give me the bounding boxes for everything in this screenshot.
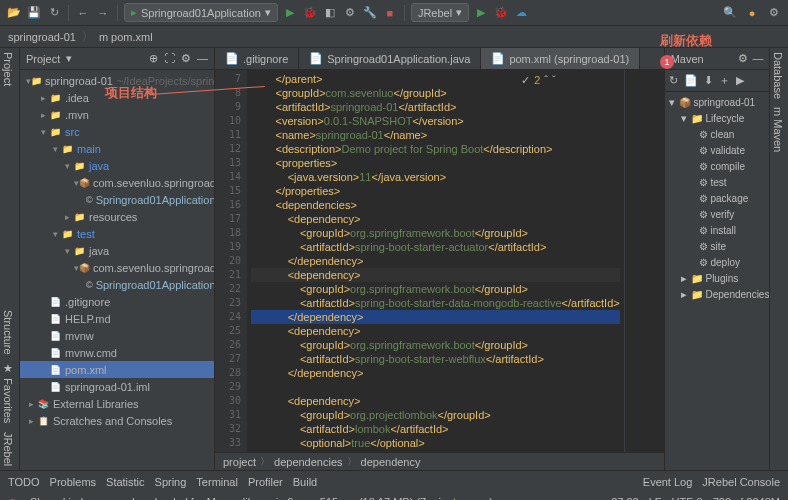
- settings-icon[interactable]: ⚙: [766, 5, 782, 21]
- tree-item[interactable]: ▾📦com.sevenluo.springroad01: [20, 174, 214, 191]
- tree-item[interactable]: 📄springroad-01.iml: [20, 378, 214, 395]
- rail-jrebel[interactable]: JRebel: [2, 432, 17, 466]
- jrebel-debug-icon[interactable]: 🐞: [493, 5, 509, 21]
- status-msg: Shared indexes are downloaded for Maven …: [30, 496, 493, 500]
- tree-item[interactable]: ▸📁resources: [20, 208, 214, 225]
- tree-item[interactable]: ▾📁main: [20, 140, 214, 157]
- debug-icon[interactable]: 🐞: [302, 5, 318, 21]
- tree-item[interactable]: ▸📚External Libraries: [20, 395, 214, 412]
- memory[interactable]: 720 of 2048M: [713, 496, 780, 500]
- code-editor[interactable]: </parent> <groupId>com.sevenluo</groupId…: [247, 70, 624, 452]
- eventlog-tab[interactable]: Event Log: [643, 476, 693, 488]
- editor-tab[interactable]: 📄.gitignore: [215, 48, 299, 69]
- left-tool-rail: Project Structure ★ Favorites JRebel: [0, 48, 20, 470]
- crumb-0[interactable]: project: [223, 456, 256, 468]
- maven-refresh-icon[interactable]: ↻: [669, 74, 678, 87]
- status-bar: ◐ Shared indexes are downloaded for Mave…: [0, 492, 788, 500]
- main-toolbar: 📂 💾 ↻ ← → ▸ Springroad01Application ▾ ▶ …: [0, 0, 788, 26]
- search-icon[interactable]: 🔍: [722, 5, 738, 21]
- editor-tabs: 📄.gitignore📄Springroad01Application.java…: [215, 48, 664, 70]
- tree-item[interactable]: ▸📁.mvn: [20, 106, 214, 123]
- tree-item[interactable]: ©Springroad01ApplicationTests: [20, 276, 214, 293]
- todo-tab[interactable]: TODO: [8, 476, 40, 488]
- code-crumbs: project〉 dependencies〉 dependency: [215, 452, 664, 470]
- profiler-tab[interactable]: Profiler: [248, 476, 283, 488]
- maven-panel: Maven ⚙ — ↻ 📄 ⬇ ＋ ▶ ▾📦 springroad-01 ▾📁 …: [664, 48, 770, 470]
- open-icon[interactable]: 📂: [6, 5, 22, 21]
- rail-structure[interactable]: Structure: [2, 310, 17, 355]
- hide-icon[interactable]: —: [197, 52, 208, 65]
- sync-icon[interactable]: ↻: [46, 5, 62, 21]
- statistic-tab[interactable]: Statistic: [106, 476, 145, 488]
- project-tree[interactable]: ▾📁springroad-01~/IdeaProjects/springroad…: [20, 70, 214, 470]
- jrebel-selector[interactable]: JRebel ▾: [411, 3, 469, 22]
- maven-tree[interactable]: ▾📦 springroad-01 ▾📁 Lifecycle⚙ clean⚙ va…: [665, 92, 770, 470]
- right-tool-rail: Database m Maven: [769, 48, 788, 470]
- stop-icon[interactable]: ■: [382, 5, 398, 21]
- run-icon[interactable]: ▶: [282, 5, 298, 21]
- gear-icon[interactable]: ⚙: [181, 52, 191, 65]
- status-indicator-icon[interactable]: ◐: [8, 496, 18, 501]
- spring-tab[interactable]: Spring: [155, 476, 187, 488]
- jrebel-run-icon[interactable]: ▶: [473, 5, 489, 21]
- terminal-tab[interactable]: Terminal: [196, 476, 238, 488]
- tree-item[interactable]: ▾📁src: [20, 123, 214, 140]
- inspection-icon[interactable]: ✓: [521, 74, 530, 87]
- editor-tab[interactable]: 📄pom.xml (springroad-01): [481, 48, 640, 69]
- maven-title: Maven: [671, 53, 704, 65]
- tree-item[interactable]: 📄mvnw.cmd: [20, 344, 214, 361]
- rail-favorites[interactable]: ★ Favorites: [2, 362, 17, 423]
- attach-icon[interactable]: 🔧: [362, 5, 378, 21]
- scroll-down-icon[interactable]: ˇ: [552, 74, 556, 87]
- tree-item[interactable]: 📄mvnw: [20, 327, 214, 344]
- maven-gear-icon[interactable]: ⚙: [738, 52, 748, 65]
- run-config-label: Springroad01Application: [141, 7, 261, 19]
- tree-item[interactable]: ▸📋Scratches and Consoles: [20, 412, 214, 429]
- back-icon[interactable]: ←: [75, 5, 91, 21]
- tree-item[interactable]: ©Springroad01Application: [20, 191, 214, 208]
- scroll-up-icon[interactable]: ˆ: [544, 74, 548, 87]
- tree-item[interactable]: ▾📁test: [20, 225, 214, 242]
- maven-generate-icon[interactable]: 📄: [684, 74, 698, 87]
- maven-add-icon[interactable]: ＋: [719, 73, 730, 88]
- bottom-tool-bar: TODO Problems Statistic Spring Terminal …: [0, 470, 788, 492]
- tree-item[interactable]: ▾📁java: [20, 157, 214, 174]
- coverage-icon[interactable]: ◧: [322, 5, 338, 21]
- jrebel-console-tab[interactable]: JRebel Console: [702, 476, 780, 488]
- minimap[interactable]: ✓ 2 ˆ ˇ: [624, 70, 664, 452]
- problems-tab[interactable]: Problems: [50, 476, 96, 488]
- editor-area: 📄.gitignore📄Springroad01Application.java…: [215, 48, 664, 470]
- maven-download-icon[interactable]: ⬇: [704, 74, 713, 87]
- cursor-pos: 27:22: [611, 496, 639, 500]
- tree-item[interactable]: 📄HELP.md: [20, 310, 214, 327]
- maven-run-icon[interactable]: ▶: [736, 74, 744, 87]
- maven-hide-icon[interactable]: —: [752, 52, 763, 65]
- tree-item[interactable]: ▾📦com.sevenluo.springroad01: [20, 259, 214, 276]
- warn-count: 2: [534, 74, 540, 87]
- rail-database[interactable]: Database: [772, 52, 787, 99]
- crumb-project[interactable]: springroad-01: [8, 31, 76, 43]
- tree-item[interactable]: 📄pom.xml: [20, 361, 214, 378]
- crumb-1[interactable]: dependencies: [274, 456, 343, 468]
- jrebel-cloud-icon[interactable]: ☁: [513, 5, 529, 21]
- save-icon[interactable]: 💾: [26, 5, 42, 21]
- forward-icon[interactable]: →: [95, 5, 111, 21]
- line-sep[interactable]: LF: [649, 496, 662, 500]
- tree-item[interactable]: 📄.gitignore: [20, 293, 214, 310]
- editor-tab[interactable]: 📄Springroad01Application.java: [299, 48, 481, 69]
- expand-icon[interactable]: ⛶: [164, 52, 175, 65]
- breadcrumbs: springroad-01 〉 m pom.xml: [0, 26, 788, 48]
- tree-item[interactable]: ▾📁springroad-01~/IdeaProjects/springroad…: [20, 72, 214, 89]
- avatar-icon[interactable]: ●: [744, 5, 760, 21]
- charset[interactable]: UTF-8: [672, 496, 703, 500]
- crumb-2[interactable]: dependency: [361, 456, 421, 468]
- run-config-selector[interactable]: ▸ Springroad01Application ▾: [124, 3, 278, 22]
- rail-project[interactable]: Project: [2, 52, 17, 86]
- build-tab[interactable]: Build: [293, 476, 317, 488]
- crumb-file[interactable]: m pom.xml: [99, 31, 153, 43]
- profile-icon[interactable]: ⚙: [342, 5, 358, 21]
- tree-item[interactable]: ▾📁java: [20, 242, 214, 259]
- line-gutter: 7891011121314151617181920212223242526272…: [215, 70, 247, 452]
- rail-maven[interactable]: m Maven: [772, 107, 787, 152]
- locate-icon[interactable]: ⊕: [149, 52, 158, 65]
